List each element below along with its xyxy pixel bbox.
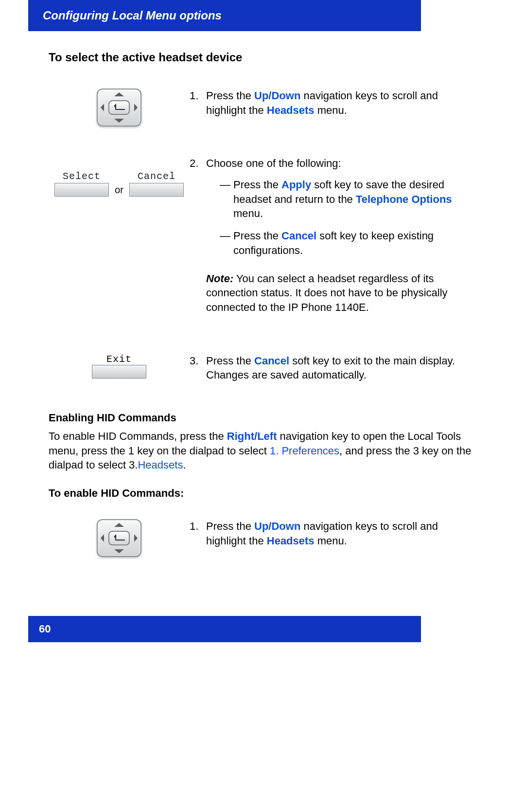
headsets-link-2: Headsets: [138, 459, 183, 471]
step-3-text: 3. Press the Cancel soft key to exit to …: [190, 354, 476, 392]
step-2-note: Note: You can select a headset regardles…: [206, 271, 476, 315]
section-title-2: Enabling HID Commands: [49, 412, 476, 424]
chapter-header: Configuring Local Menu options: [28, 0, 421, 31]
step-2-number: 2.: [190, 156, 206, 314]
rightleft-link: Right/Left: [227, 430, 277, 442]
nav-key-icon: [97, 89, 141, 126]
headsets-link: Headsets: [267, 104, 315, 116]
step-1-text: 1. Press the Up/Down navigation keys to …: [190, 89, 476, 127]
softkey-button-icon: [54, 183, 109, 197]
updown-link: Up/Down: [254, 90, 300, 102]
step-3-illustration: Exit: [49, 354, 190, 379]
chapter-title: Configuring Local Menu options: [43, 9, 222, 22]
headsets-link-3: Headsets: [267, 535, 315, 547]
page-number: 60: [28, 616, 61, 642]
page: Configuring Local Menu options To select…: [0, 0, 525, 662]
section-title-1: To select the active headset device: [49, 51, 476, 64]
page-content: To select the active headset device 1. P…: [0, 31, 525, 558]
softkey-exit: Exit: [92, 354, 146, 379]
hid-step-1-row: 1. Press the Up/Down navigation keys to …: [49, 519, 476, 558]
softkey-select: Select: [54, 171, 109, 197]
step-2-option-cancel: Press the Cancel soft key to keep existi…: [220, 229, 476, 257]
hid-paragraph: To enable HID Commands, press the Right/…: [49, 429, 476, 472]
step-2-row: Select or Cancel 2. Choose one of the: [49, 156, 476, 324]
preferences-link: 1. Preferences: [270, 445, 339, 457]
nav-key-icon: [97, 519, 141, 557]
softkey-button-icon: [129, 183, 184, 197]
section-title-3: To enable HID Commands:: [49, 487, 476, 500]
apply-link: Apply: [281, 179, 311, 191]
softkey-cancel: Cancel: [129, 171, 184, 197]
step-3-row: Exit 3. Press the Cancel soft key to exi…: [49, 354, 476, 392]
telephone-options-link: Telephone Options: [356, 193, 452, 205]
step-1-illustration: [49, 89, 190, 126]
softkey-button-icon: [92, 365, 146, 379]
hid-step-1-illustration: [49, 519, 190, 557]
hid-step-1-number: 1.: [190, 519, 206, 548]
cancel-link: Cancel: [281, 230, 316, 242]
cancel-link-2: Cancel: [254, 355, 289, 367]
step-2-intro: Choose one of the following:: [206, 156, 476, 171]
or-text: or: [115, 184, 123, 197]
step-2-option-apply: Press the Apply soft key to save the des…: [220, 178, 476, 221]
hid-step-1-text: 1. Press the Up/Down navigation keys to …: [190, 519, 476, 558]
step-2-illustration: Select or Cancel: [49, 156, 190, 197]
step-2-text: 2. Choose one of the following: Press th…: [190, 156, 476, 324]
softkeys-select-cancel: Select or Cancel: [54, 171, 184, 197]
updown-link-2: Up/Down: [254, 520, 300, 532]
step-1-number: 1.: [190, 89, 206, 117]
step-3-number: 3.: [190, 354, 206, 382]
step-2-options: Press the Apply soft key to save the des…: [206, 178, 476, 257]
page-footer: 60: [28, 616, 421, 642]
step-1-row: 1. Press the Up/Down navigation keys to …: [49, 89, 476, 127]
